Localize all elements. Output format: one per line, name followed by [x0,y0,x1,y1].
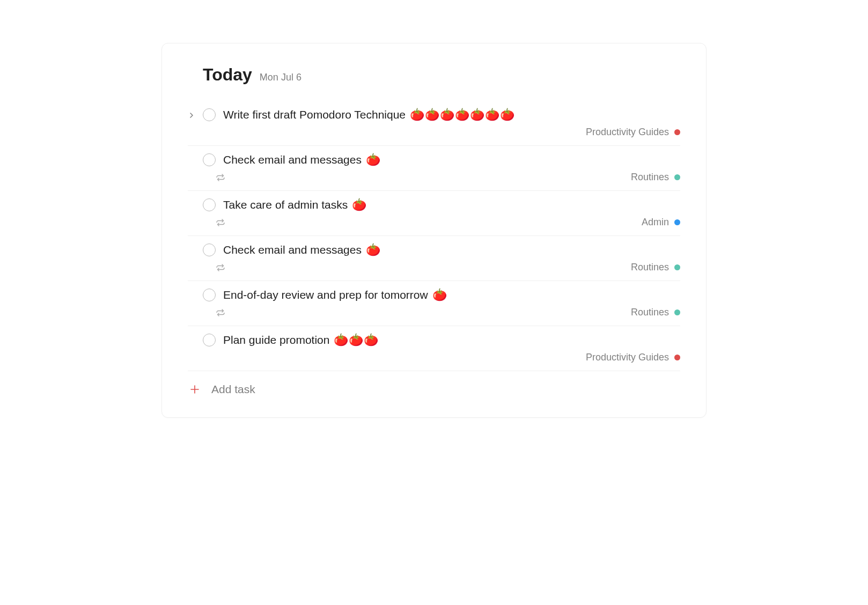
page-title: Today [203,65,252,85]
task-checkbox[interactable] [203,289,216,301]
project-tag[interactable]: Routines [631,262,680,273]
task-meta-left [216,263,225,272]
task-checkbox[interactable] [203,108,216,121]
task-text: Plan guide promotion [223,334,329,346]
task-text: Take care of admin tasks [223,198,348,211]
task-meta: Routines [188,262,680,273]
project-name: Routines [631,262,669,273]
project-tag[interactable]: Productivity Guides [586,127,680,138]
project-tag[interactable]: Productivity Guides [586,352,680,363]
project-name: Routines [631,172,669,183]
task-item[interactable]: Check email and messages🍅Routines [188,146,680,191]
header: Today Mon Jul 6 [188,65,680,85]
project-tag[interactable]: Routines [631,307,680,318]
task-checkbox[interactable] [203,244,216,256]
task-meta-left [216,308,225,318]
chevron-right-icon[interactable] [189,112,194,117]
task-meta: Routines [188,172,680,183]
tomato-count: 🍅 [366,244,381,256]
add-task-button[interactable]: Add task [188,371,680,396]
task-checkbox[interactable] [203,153,216,166]
project-tag[interactable]: Admin [642,217,680,228]
task-meta: Admin [188,217,680,228]
project-color-dot [674,309,680,315]
project-name: Admin [642,217,669,228]
tomato-count: 🍅 [366,154,381,166]
plus-icon [189,383,201,395]
add-task-label: Add task [211,383,255,396]
task-item[interactable]: Plan guide promotion🍅🍅🍅Productivity Guid… [188,326,680,371]
project-color-dot [674,355,680,360]
repeat-icon [216,308,225,318]
tomato-count: 🍅🍅🍅🍅🍅🍅🍅 [410,109,515,121]
task-checkbox[interactable] [203,334,216,346]
task-title: Check email and messages🍅 [223,153,381,166]
task-list: Write first draft Pomodoro Technique🍅🍅🍅🍅… [188,101,680,371]
task-meta: Routines [188,307,680,318]
task-row: Check email and messages🍅 [188,153,680,166]
task-meta: Productivity Guides [188,127,680,138]
task-title: Check email and messages🍅 [223,244,381,256]
task-row: Take care of admin tasks🍅 [188,198,680,211]
task-text: Write first draft Pomodoro Technique [223,108,406,121]
project-color-dot [674,219,680,225]
task-item[interactable]: End-of-day review and prep for tomorrow🍅… [188,281,680,326]
project-color-dot [674,129,680,135]
task-meta-left [216,173,225,182]
task-row: End-of-day review and prep for tomorrow🍅 [188,289,680,301]
tomato-count: 🍅 [432,289,447,301]
task-title: End-of-day review and prep for tomorrow🍅 [223,289,447,301]
project-name: Routines [631,307,669,318]
task-text: Check email and messages [223,153,362,166]
expand-column [188,112,195,117]
task-item[interactable]: Take care of admin tasks🍅Admin [188,191,680,236]
project-color-dot [674,174,680,180]
repeat-icon [216,218,225,227]
project-color-dot [674,264,680,270]
project-name: Productivity Guides [586,352,669,363]
today-card: Today Mon Jul 6 Write first draft Pomodo… [161,43,707,418]
task-checkbox[interactable] [203,198,216,211]
task-meta: Productivity Guides [188,352,680,363]
project-tag[interactable]: Routines [631,172,680,183]
task-row: Check email and messages🍅 [188,244,680,256]
tomato-count: 🍅 [352,199,367,211]
tomato-count: 🍅🍅🍅 [334,334,379,346]
project-name: Productivity Guides [586,127,669,138]
task-item[interactable]: Write first draft Pomodoro Technique🍅🍅🍅🍅… [188,101,680,146]
task-row: Write first draft Pomodoro Technique🍅🍅🍅🍅… [188,108,680,121]
task-meta-left [216,218,225,227]
task-text: End-of-day review and prep for tomorrow [223,289,428,301]
repeat-icon [216,263,225,272]
task-title: Plan guide promotion🍅🍅🍅 [223,334,379,346]
task-title: Write first draft Pomodoro Technique🍅🍅🍅🍅… [223,108,515,121]
task-text: Check email and messages [223,244,362,256]
task-row: Plan guide promotion🍅🍅🍅 [188,334,680,346]
task-title: Take care of admin tasks🍅 [223,198,367,211]
task-item[interactable]: Check email and messages🍅Routines [188,236,680,281]
header-date: Mon Jul 6 [260,72,301,83]
repeat-icon [216,173,225,182]
